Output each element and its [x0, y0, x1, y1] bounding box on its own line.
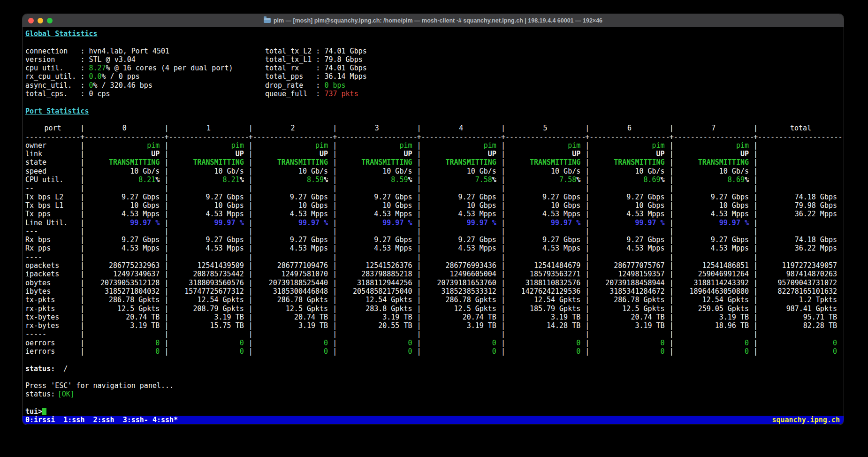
port-cell: |10 Gb/s [249, 167, 333, 175]
port-cell: |12.5 Gpkts [249, 305, 333, 313]
column-separator: | [164, 150, 168, 158]
table-row-oerrors: oerrors|0|0|0|0|0|0|0|0|0 [23, 339, 844, 347]
stat-value-highlight: 0 bps [324, 81, 345, 90]
total-cell-value: 82.28 TB [758, 321, 844, 330]
port-cell: |UP [670, 150, 754, 158]
prompt-line[interactable]: tui> [23, 407, 844, 416]
port-cell: |0 [249, 347, 333, 356]
column-separator: | [585, 313, 589, 321]
port-cell: | [333, 330, 417, 338]
port-cell-value: 10 Gbps [168, 201, 248, 210]
column-separator: | [670, 347, 674, 356]
port-cell: |10 Gb/s [80, 167, 164, 175]
column-separator: | [80, 244, 84, 252]
port-cell-value: 259046991264 [674, 270, 754, 278]
port-cell-value: pim [674, 141, 754, 150]
column-separator: | [585, 201, 589, 210]
column-separator: | [333, 279, 337, 287]
total-cell-value [758, 158, 844, 167]
port-cell: |4.53 Mpps [417, 244, 501, 252]
column-separator: | [333, 219, 337, 227]
port-cell-value: 14276242129536 [505, 287, 585, 296]
port-cell: |3.19 TB [249, 321, 333, 330]
port-cell: |3.19 TB [80, 321, 164, 330]
tmux-window-list: 0:irssi 1:ssh 2:ssh 3:ssh- 4:ssh* [25, 416, 178, 424]
stat-entry: queue_full: 737 pkts [265, 90, 358, 98]
port-cell: |UP [333, 150, 417, 158]
port-cell-value: 14.28 TB [505, 321, 585, 330]
port-cell-value: 286.78 Gpkts [589, 296, 669, 304]
row-label: owner [25, 141, 80, 150]
table-row-link: link|UP|UP|UP|UP|UP|UP|UP|UP| [23, 150, 844, 158]
port-cell: |99.97 % [80, 219, 164, 227]
port-cell: |4.53 Mpps [164, 210, 248, 218]
port-cell-value [84, 227, 164, 236]
minimize-button[interactable] [38, 18, 43, 23]
port-cell-value: 4.53 Mpps [674, 244, 754, 252]
port-cell: |pim [164, 141, 248, 150]
close-button[interactable] [28, 18, 34, 23]
window-title: pim — [mosh] pim@squanchy.ipng.ch: /home… [264, 17, 602, 24]
port-cell: |12.5 Gpkts [80, 305, 164, 313]
port-cell-value: 99.97 % [505, 219, 585, 227]
port-cell: |8.69% [670, 175, 754, 184]
port-cell: | [585, 184, 669, 192]
global-stat-connection: connection: hvn4.lab, Port 4501 [25, 47, 265, 55]
global-stats-line: version: STL @ v3.04total_tx_L1: 79.8 Gb… [23, 55, 844, 64]
column-separator: | [501, 347, 505, 356]
port-cell-value: 9.27 Gbps [505, 193, 585, 201]
zoom-button[interactable] [47, 18, 53, 23]
column-separator: | [501, 305, 505, 313]
column-separator: | [80, 313, 84, 321]
column-separator: | [80, 150, 84, 158]
column-separator: | [501, 330, 505, 338]
column-separator: | [249, 347, 253, 356]
global-stats-line: connection: hvn4.lab, Port 4501total_tx_… [23, 47, 844, 55]
port-cell: | [80, 184, 164, 192]
port-cell-value: 4.53 Mpps [253, 244, 333, 252]
port-cell: |4.53 Mpps [249, 210, 333, 218]
prompt-label: tui> [25, 407, 42, 416]
total-cell: |74.18 Gbps [754, 193, 844, 201]
port-cell: |4.53 Mpps [585, 244, 669, 252]
global-stats-line: cpu_util.: 8.27% @ 16 cores (4 per dual … [23, 64, 844, 72]
port-cell-value: 10 Gb/s [589, 167, 669, 175]
port-cell: | [333, 227, 417, 236]
port-cell: |pim [585, 141, 669, 150]
port-cell-value: 12.54 Gpkts [337, 296, 417, 304]
port-cell: |4.53 Mpps [670, 210, 754, 218]
port-cell-value: UP [505, 150, 585, 158]
stat-label: total_pps [265, 72, 316, 81]
column-separator: | [249, 227, 253, 236]
total-cell: |95709043731072 [754, 279, 844, 287]
column-separator: | [333, 158, 337, 167]
table-header-row: port|0|1|2|3|4|5|6|7|total [23, 124, 844, 132]
port-cell-value: 10 Gbps [421, 201, 501, 210]
port-cell: |4.53 Mpps [501, 210, 585, 218]
cell-suffix: % [155, 175, 160, 184]
total-cell: |95.71 TB [754, 313, 844, 321]
column-header-label: 6 [589, 124, 669, 132]
port-cell: |0 [417, 347, 501, 356]
column-separator: | [501, 193, 505, 201]
column-separator: | [670, 261, 674, 270]
port-cell: |9.27 Gbps [501, 193, 585, 201]
port-cell: |12497581070 [249, 270, 333, 278]
column-separator: | [249, 279, 253, 287]
global-stats-lines: connection: hvn4.lab, Port 4501total_tx_… [23, 47, 844, 99]
port-cell-value [337, 253, 417, 261]
column-separator: | [417, 236, 421, 244]
port-cell-value: 4.53 Mpps [589, 244, 669, 252]
table-gap-row: -----||||||||| [23, 330, 844, 338]
port-cell-value: 0 [505, 339, 585, 347]
column-separator: | [333, 253, 337, 261]
column-separator: | [333, 261, 337, 270]
column-separator: | [333, 124, 337, 132]
total-cell-value: 95709043731072 [758, 279, 844, 287]
total-cell: | [754, 219, 844, 227]
column-separator: | [80, 279, 84, 287]
column-header-total: |total [754, 124, 844, 132]
total-cell-value: 0 [758, 339, 844, 347]
port-cell-value: 10 Gb/s [84, 167, 164, 175]
column-separator: | [333, 321, 337, 330]
